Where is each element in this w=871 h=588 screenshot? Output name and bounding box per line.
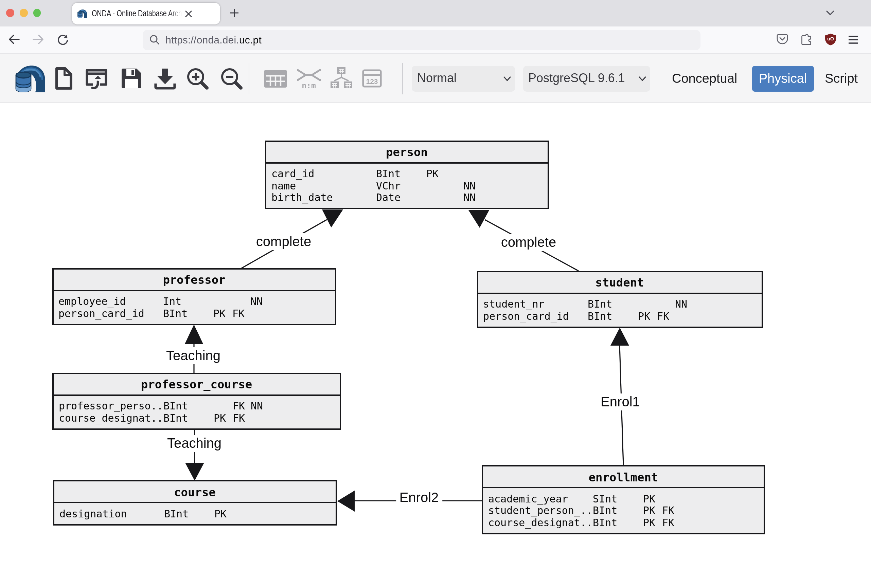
url-bar[interactable]: https://onda.dei.uc.pt	[143, 30, 700, 50]
complete-student-arrowhead	[468, 210, 489, 227]
attr-row[interactable]: professor_perso.. BInt FK NN	[54, 401, 339, 412]
table-course-title: course	[54, 481, 335, 503]
add-numeric-button[interactable]: 123	[361, 54, 382, 103]
zoom-in-button[interactable]	[186, 54, 210, 103]
attr-fk-flag: FK	[657, 310, 669, 322]
teaching-course-arrowhead	[185, 463, 204, 481]
url-text: https://onda.dei.uc.pt	[165, 34, 262, 46]
ublock-shield-icon: uO	[825, 33, 836, 45]
tab-title: ONDA - Online Database Architect	[91, 3, 187, 24]
attr-name: academic_year	[488, 493, 568, 505]
table-enrollment[interactable]: enrollment academic_year SInt PK student…	[482, 465, 765, 534]
pocket-button[interactable]	[771, 29, 793, 50]
attr-row[interactable]: employee_id Int NN	[53, 296, 335, 308]
attr-type: BInt	[593, 505, 617, 517]
download-icon	[153, 67, 176, 90]
pocket-icon	[776, 34, 788, 45]
mode-script[interactable]: Script	[825, 66, 858, 91]
table-enrollment-attrs: academic_year SInt PK student_person_.. …	[483, 488, 764, 533]
new-tab-button[interactable]	[227, 6, 242, 20]
add-nm-relation-button[interactable]: n:m	[296, 54, 321, 103]
table-student-attrs: student_nr BInt NN person_card_id BInt P…	[478, 294, 761, 326]
new-file-button[interactable]	[52, 54, 75, 103]
attr-pk-flag: PK	[214, 412, 226, 424]
ublock-button[interactable]: uO	[820, 29, 841, 50]
attr-row[interactable]: academic_year SInt PK	[483, 493, 764, 505]
dbms-select[interactable]: PostgreSQL 9.6.1	[523, 66, 650, 91]
attr-fk-flag: FK	[662, 505, 674, 517]
attr-name: course_designat..	[488, 517, 593, 529]
complete-professor-arrowhead	[322, 209, 343, 227]
add-table-button[interactable]	[263, 54, 287, 103]
relationship-label-enrol1[interactable]: Enrol1	[597, 394, 644, 410]
attr-type: BInt	[163, 401, 188, 412]
notation-select[interactable]: Normal	[412, 66, 515, 91]
open-button[interactable]	[84, 54, 109, 103]
attr-nn-flag: NN	[463, 192, 476, 204]
zoom-out-icon	[220, 67, 243, 90]
attr-type: BInt	[376, 169, 401, 180]
mode-conceptual-label: Conceptual	[672, 71, 737, 86]
attr-nn-flag: NN	[463, 180, 476, 192]
chevron-down-icon	[826, 10, 834, 16]
mode-script-label: Script	[825, 71, 858, 86]
back-button[interactable]	[3, 29, 24, 50]
mode-physical[interactable]: Physical	[752, 66, 814, 91]
new-file-icon	[54, 67, 73, 90]
attr-type: Date	[376, 192, 401, 204]
attr-name: card_id	[271, 169, 314, 180]
window-minimize-button[interactable]	[20, 9, 27, 17]
table-course[interactable]: course designation BInt PK	[53, 480, 337, 525]
search-icon	[149, 35, 159, 45]
reload-button[interactable]	[52, 29, 73, 50]
relationship-label-enrol2[interactable]: Enrol2	[396, 489, 442, 506]
attr-type: BInt	[163, 308, 187, 320]
dbms-select-value: PostgreSQL 9.6.1	[528, 71, 625, 85]
attr-row[interactable]: person_card_id BInt PK FK	[478, 310, 761, 322]
attr-name: professor_perso..	[59, 401, 163, 412]
relationship-label-teaching-professor[interactable]: Teaching	[163, 347, 224, 364]
table-professor-title: professor	[53, 269, 335, 291]
tab-close-button[interactable]	[181, 6, 196, 21]
table-professor-course-title: professor_course	[54, 374, 339, 395]
window-close-button[interactable]	[6, 9, 14, 17]
attr-name: student_nr	[483, 299, 545, 310]
attr-row[interactable]: card_id BInt PK	[266, 169, 547, 180]
mode-conceptual[interactable]: Conceptual	[672, 66, 737, 91]
table-person[interactable]: person card_id BInt PK name VChr NN	[265, 140, 549, 209]
attr-row[interactable]: birth_date Date NN	[266, 192, 547, 204]
attr-pk-flag: PK	[214, 508, 227, 520]
diagram-canvas[interactable]: person card_id BInt PK name VChr NN	[0, 103, 871, 588]
browser-tab[interactable]: ONDA - Online Database Architect	[72, 3, 220, 24]
add-hierarchy-button[interactable]	[329, 54, 353, 103]
attr-fk-flag: FK	[662, 517, 674, 529]
attr-type: Int	[163, 296, 181, 308]
menu-button[interactable]	[843, 29, 864, 50]
table-student[interactable]: student student_nr BInt NN person_card_i…	[477, 270, 763, 328]
extensions-button[interactable]	[796, 29, 817, 50]
attr-nn-flag: NN	[250, 296, 263, 308]
attr-row[interactable]: course_designat.. BInt PK FK	[54, 412, 339, 424]
onda-logo	[13, 54, 46, 103]
attr-row[interactable]: student_nr BInt NN	[478, 299, 761, 310]
attr-row[interactable]: designation BInt PK	[54, 508, 335, 520]
download-button[interactable]	[153, 54, 177, 103]
table-professor-course[interactable]: professor_course professor_perso.. BInt …	[52, 372, 341, 430]
list-all-tabs-button[interactable]	[822, 6, 838, 20]
relationship-label-complete-professor[interactable]: complete	[253, 233, 314, 250]
attr-name: birth_date	[271, 192, 333, 204]
relationship-label-complete-student[interactable]: complete	[498, 234, 560, 251]
zoom-out-button[interactable]	[220, 54, 244, 103]
forward-button[interactable]	[27, 29, 49, 50]
attr-row[interactable]: person_card_id BInt PK FK	[53, 308, 335, 320]
relationship-label-teaching-course[interactable]: Teaching	[164, 434, 225, 452]
table-professor[interactable]: professor employee_id Int NN person_card…	[52, 268, 336, 325]
forward-icon	[32, 34, 44, 44]
save-button[interactable]	[120, 54, 143, 103]
attr-row[interactable]: student_person_.. BInt PK FK	[483, 505, 764, 517]
window-zoom-button[interactable]	[33, 9, 41, 17]
attr-row[interactable]: course_designat.. BInt PK FK	[483, 517, 764, 529]
attr-type: VChr	[376, 180, 401, 192]
select-chevron-icon	[503, 76, 510, 81]
attr-row[interactable]: name VChr NN	[266, 180, 547, 192]
